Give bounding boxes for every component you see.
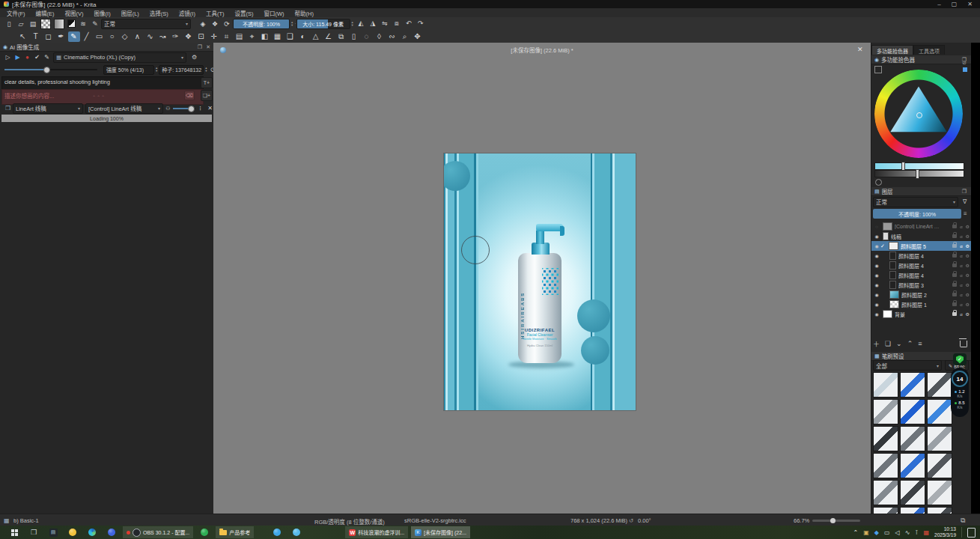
layer-lock-icon[interactable]: [952, 273, 957, 277]
brush-preset-tile-15[interactable]: [873, 507, 898, 514]
play-menu-button[interactable]: ▷: [3, 54, 13, 61]
layer-visibility-icon[interactable]: ◉: [873, 272, 880, 278]
brush-preset-tile-7[interactable]: [900, 426, 925, 451]
calligraphy-tool[interactable]: ✒: [55, 31, 67, 42]
tray-pin-icon[interactable]: ⊺: [915, 529, 918, 536]
strength-slider[interactable]: [4, 69, 97, 70]
inherit-alpha-icon[interactable]: α: [960, 234, 962, 239]
notification-center-icon[interactable]: [967, 528, 976, 538]
freehand-path-tool[interactable]: ↝: [157, 31, 169, 42]
assistants-tool[interactable]: △: [310, 31, 322, 42]
taskview-icon[interactable]: ❒: [24, 529, 43, 536]
layer-row-7[interactable]: ◉颜料图层 2α⚙: [871, 290, 972, 299]
strength-spinner[interactable]: ▴▾: [156, 67, 157, 73]
open-document-icon[interactable]: ▱: [16, 20, 26, 28]
layer-row-3[interactable]: ◉颜料图层 4α⚙: [871, 251, 972, 261]
apply-button[interactable]: ✔: [32, 54, 42, 61]
layer-lock-icon[interactable]: [952, 244, 957, 248]
layer-options-menu-icon[interactable]: ≡: [964, 210, 967, 217]
control-model-dropdown[interactable]: [Control] LineArt 线稿: [85, 103, 163, 114]
brush-editor-icon[interactable]: ✎: [90, 20, 100, 28]
gradient-tool[interactable]: ▤: [234, 31, 246, 42]
brush-preset-tile-8[interactable]: [927, 426, 952, 451]
strength-field[interactable]: 强度 50% (4/13): [103, 65, 154, 75]
menu-item-9[interactable]: 窗口(W): [261, 9, 288, 17]
close-button[interactable]: ✕: [967, 1, 973, 7]
brush-preset-tile-6[interactable]: [873, 426, 898, 451]
layer-lock-icon[interactable]: [952, 302, 957, 306]
canvas-angle[interactable]: 0.00°: [638, 517, 651, 524]
brush-preset-tile-9[interactable]: [873, 453, 898, 478]
edit-button[interactable]: ✎: [42, 54, 52, 61]
tray-red-icon[interactable]: ▦: [924, 529, 930, 536]
ellipse-tool[interactable]: ○: [106, 31, 118, 42]
opacity-spinner[interactable]: ▴▾: [291, 21, 293, 27]
menu-item-3[interactable]: 图像(I): [91, 9, 115, 17]
brush-preset-tile-0[interactable]: [873, 372, 898, 398]
antivirus-shield-widget[interactable]: ✓: [953, 353, 967, 365]
menu-item-1[interactable]: 编辑(E): [32, 9, 58, 17]
seed-field[interactable]: 种子: 137648132: [159, 65, 204, 75]
layer-settings-icon[interactable]: ⚙: [966, 302, 970, 307]
color-settings-icon[interactable]: [874, 66, 882, 73]
app-yellow-icon[interactable]: [63, 529, 82, 536]
wraparound-icon[interactable]: ⇋: [380, 19, 390, 28]
reference-images-tool[interactable]: ⧉: [335, 31, 347, 42]
dynamic-brush-tool[interactable]: ✑: [170, 31, 182, 42]
krita-task-button[interactable]: K[未保存图像] (22...: [411, 526, 470, 538]
colorspace-info[interactable]: RGB/透明度 (8 位整数/通道): [314, 517, 385, 526]
multibrush-tool[interactable]: ❖: [183, 31, 195, 42]
freehand-brush-tool[interactable]: ✎: [68, 31, 80, 42]
tray-display-icon[interactable]: ▭: [884, 529, 890, 536]
layer-filter-icon[interactable]: ∇: [963, 198, 967, 205]
layer-lock-icon[interactable]: [952, 225, 957, 228]
app-indigo-icon[interactable]: [102, 529, 121, 536]
blend-mode-dropdown[interactable]: 正常: [101, 19, 191, 29]
edit-shapes-tool[interactable]: ◻: [43, 31, 55, 42]
app-dark-icon[interactable]: ▤: [43, 529, 63, 537]
minimize-button[interactable]: –: [937, 1, 940, 7]
tray-expand-icon[interactable]: ⌃: [853, 529, 859, 536]
add-control-button[interactable]: ❏+: [201, 90, 213, 101]
layer-visibility-icon[interactable]: ◌: [873, 225, 880, 229]
layer-settings-icon[interactable]: ⚙: [966, 263, 970, 268]
polygon-select-tool[interactable]: ◊: [374, 31, 386, 42]
brush-preset-tile-2[interactable]: [927, 372, 952, 398]
menu-item-4[interactable]: 图层(L): [118, 9, 143, 17]
duplicate-layer-button[interactable]: ❏: [885, 340, 891, 347]
layer-row-8[interactable]: ◉颜料图层 1α⚙: [871, 299, 972, 309]
undo-icon[interactable]: ↶: [404, 19, 414, 28]
inherit-alpha-icon[interactable]: α: [960, 264, 962, 268]
docker-lock-icon[interactable]: ⊘: [962, 60, 967, 66]
save-icon[interactable]: ▤: [28, 20, 38, 28]
inherit-alpha-icon[interactable]: α: [960, 254, 962, 258]
menu-item-5[interactable]: 选择(S): [146, 9, 172, 17]
brush-preset-tile-10[interactable]: [900, 453, 925, 478]
layer-settings-icon[interactable]: ⚙: [966, 292, 970, 297]
layer-lock-icon[interactable]: [952, 264, 957, 267]
layer-opacity-slider[interactable]: 不透明度: 100%: [873, 209, 961, 219]
rotation-icon[interactable]: ↺: [629, 517, 633, 524]
pattern-chooser-chip[interactable]: [40, 19, 51, 29]
layer-settings-icon[interactable]: ⚙: [966, 272, 970, 278]
folder-task-button[interactable]: 产品参考: [216, 526, 254, 538]
docker-pin-icon[interactable]: [963, 67, 967, 72]
app-skyblue-icon[interactable]: [267, 529, 287, 536]
layer-lock-icon[interactable]: [952, 254, 957, 258]
line-tool[interactable]: ╱: [81, 31, 93, 42]
add-layer-button[interactable]: ＋: [873, 339, 880, 349]
zoom-tool[interactable]: ⌕: [399, 31, 411, 42]
layer-lock-icon[interactable]: [952, 312, 957, 316]
float-docker-icon[interactable]: ❐: [198, 44, 202, 50]
menu-item-8[interactable]: 设置(S): [231, 9, 258, 17]
fg-bg-color-chip[interactable]: [67, 19, 76, 28]
pattern-icon[interactable]: ⧈: [392, 19, 402, 28]
edge-browser-icon[interactable]: [82, 529, 102, 536]
select-shapes-tool[interactable]: ↖: [17, 31, 29, 42]
reload-preset-icon[interactable]: ⟳: [222, 20, 232, 28]
clear-negative-button[interactable]: ⌫: [184, 91, 195, 100]
hmirror-icon[interactable]: ◭: [356, 19, 366, 28]
zoom-slider[interactable]: [812, 520, 860, 522]
artwork-canvas[interactable]: HSIRAIREABS UDIZRIFAEL Facial Cleanser G…: [444, 153, 636, 410]
docker-tab-0[interactable]: 多功能拾色器: [871, 45, 913, 55]
